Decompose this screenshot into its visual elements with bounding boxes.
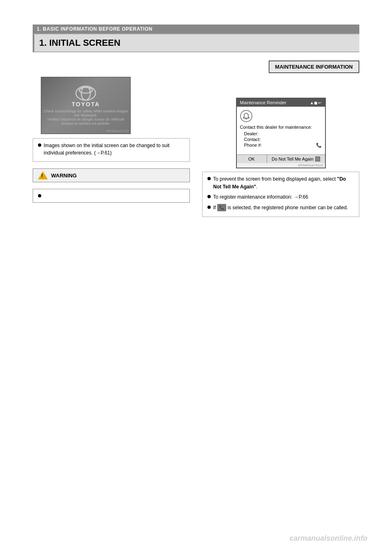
maintenance-info-badge: MAINTENANCE INFORMATION [269, 60, 359, 73]
left-column: TOYOTA Check surroundings for safety whi… [33, 60, 190, 217]
warning-triangle-icon [38, 171, 48, 179]
reminder-phone-icon: 📞 [316, 143, 322, 148]
right-bullet-text-3: If 📞 is selected, the registered phone n… [213, 204, 348, 212]
right-bullet-text-2: To register maintenance information: →P.… [213, 193, 308, 201]
reminder-screen-id: MTM401aCTaUS [237, 163, 325, 168]
page-header: 1. BASIC INFORMATION BEFORE OPERATION 1.… [33, 25, 359, 52]
right-bullet-1: To prevent the screen from being display… [207, 175, 354, 191]
phone-icon: 📞 [217, 204, 226, 211]
maintenance-reminder-screen: Maintenance Reminder ▲◼ ↩ Contact this d… [236, 98, 326, 168]
right-bullet-2: To register maintenance information: →P.… [207, 193, 354, 201]
content-area: TOYOTA Check surroundings for safety whi… [33, 60, 359, 217]
reminder-signal: ▲◼ ↩ [310, 101, 322, 105]
toyota-screen-id: MIN001aCTUS [107, 129, 129, 133]
warning-box: WARNING [33, 168, 190, 182]
toyota-logo-text: TOYOTA [71, 101, 100, 107]
warning-content [33, 189, 190, 203]
reminder-no-tell-button[interactable]: Do Not Tell Me Again [267, 155, 325, 163]
reminder-phone: Phone #: 📞 [240, 143, 322, 148]
page-title: 1. INITIAL SCREEN [33, 34, 359, 52]
reminder-bell-icon [240, 110, 252, 122]
right-bullet-dot-1 [207, 177, 211, 180]
reminder-screen-area: Maintenance Reminder ▲◼ ↩ Contact this d… [202, 98, 359, 168]
reminder-checkbox[interactable] [315, 157, 320, 161]
section-bar: 1. BASIC INFORMATION BEFORE OPERATION [33, 25, 359, 34]
bullet-dot [38, 143, 41, 147]
toyota-logo-icon [75, 85, 96, 101]
reminder-contact: Contact: [240, 137, 322, 142]
right-bullet-dot-2 [207, 195, 211, 198]
maintenance-badge-area: MAINTENANCE INFORMATION [202, 60, 359, 73]
right-bullet-dot-3 [207, 206, 211, 209]
right-info-box: To prevent the screen from being display… [202, 172, 359, 217]
svg-point-3 [245, 118, 247, 119]
reminder-title-text: Maintenance Reminder [240, 100, 287, 105]
reminder-title-bar: Maintenance Reminder ▲◼ ↩ [237, 98, 325, 107]
reminder-ok-button[interactable]: OK [237, 155, 267, 163]
reminder-buttons: OK Do Not Tell Me Again [237, 154, 325, 163]
watermark: carmanualsonline.info [290, 534, 368, 543]
reminder-dealer: Dealer: [240, 131, 322, 136]
left-bullet-item: Images shown on the initial screen can b… [38, 142, 185, 157]
right-column: MAINTENANCE INFORMATION Maintenance Remi… [202, 60, 359, 217]
left-info-box: Images shown on the initial screen can b… [33, 138, 190, 162]
warning-bullet [38, 192, 185, 197]
right-bullet-text-1: To prevent the screen from being display… [213, 175, 354, 191]
reminder-body: Contact this dealer for maintenance: Dea… [237, 107, 325, 152]
right-bullet-3: If 📞 is selected, the registered phone n… [207, 204, 354, 212]
page-wrapper: 1. BASIC INFORMATION BEFORE OPERATION 1.… [0, 25, 392, 217]
warning-label: WARNING [51, 172, 77, 179]
toyota-initial-screen: TOYOTA Check surroundings for safety whi… [41, 77, 131, 134]
toyota-screen-caption: Check surroundings for safety while came… [41, 109, 130, 125]
left-bullet-text: Images shown on the initial screen can b… [44, 142, 185, 157]
warning-bullet-dot [38, 194, 41, 197]
reminder-contact-label: Contact this dealer for maintenance: [240, 125, 322, 130]
